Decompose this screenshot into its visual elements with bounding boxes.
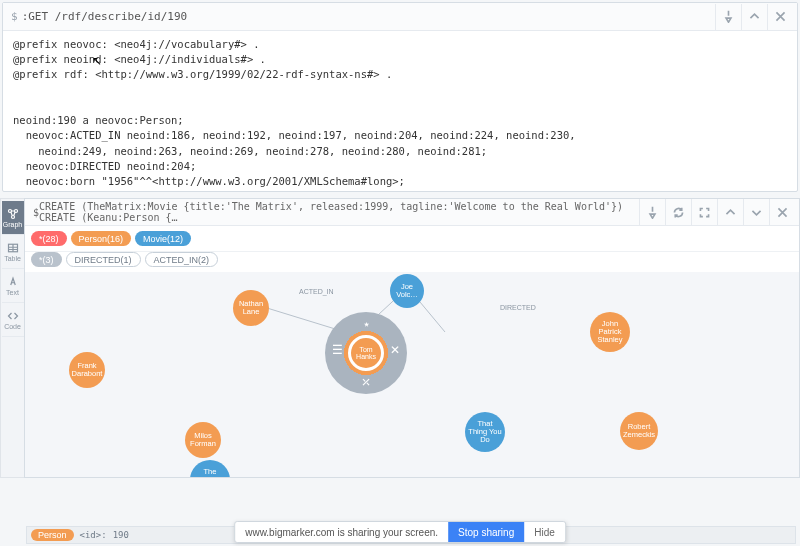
radial-dismiss-icon[interactable]: ⤫ <box>358 374 374 390</box>
chip-[interactable]: *(28) <box>31 231 67 246</box>
chip-directed[interactable]: DIRECTED(1) <box>66 252 141 267</box>
reltype-chips-row: *(3)DIRECTED(1)ACTED_IN(2) <box>25 252 799 272</box>
chip-person[interactable]: Person(16) <box>71 231 132 246</box>
chip-movie[interactable]: Movie(12) <box>135 231 191 246</box>
selected-node[interactable]: Tom Hanks <box>348 335 384 371</box>
radial-expand-icon[interactable]: ☰ <box>329 342 345 358</box>
graph-panel: $ CREATE (TheMatrix:Movie {title:'The Ma… <box>24 198 800 478</box>
label-chips-row: *(28)Person(16)Movie(12) <box>25 226 799 252</box>
graph-node[interactable]: John Patrick Stanley <box>590 312 630 352</box>
footer-id-value: 190 <box>113 530 129 540</box>
footer-id-label: <id>: <box>80 530 107 540</box>
cypher-command: CREATE (TheMatrix:Movie {title:'The Matr… <box>39 201 639 223</box>
screen-share-bar: www.bigmarker.com is sharing your screen… <box>234 521 566 543</box>
footer-label-pill[interactable]: Person <box>31 529 74 541</box>
rdf-command: :GET /rdf/describe/id/190 <box>22 10 715 23</box>
edge-label: ACTED_IN <box>299 288 334 295</box>
svg-point-2 <box>11 215 14 218</box>
rail-graph[interactable]: Graph <box>2 201 24 235</box>
graph-node[interactable]: That Thing You Do <box>465 412 505 452</box>
graph-panel-header: $ CREATE (TheMatrix:Movie {title:'The Ma… <box>25 199 799 226</box>
selected-node-radial-menu[interactable]: ⭑ ☰ ✕ ⤫ Tom Hanks <box>325 312 407 394</box>
graph-node[interactable]: Robert Zemeckis <box>620 412 658 450</box>
edge-label: DIRECTED <box>500 304 536 311</box>
graph-node[interactable]: Nathan Lane <box>233 290 269 326</box>
graph-canvas[interactable]: ⭑ ☰ ✕ ⤫ Tom Hanks Nathan LaneFrank Darab… <box>25 272 799 477</box>
chevron-up-icon[interactable] <box>717 199 743 225</box>
close-icon[interactable] <box>769 199 795 225</box>
graph-node[interactable]: Frank Darabont <box>69 352 105 388</box>
radial-hide-icon[interactable]: ✕ <box>387 342 403 358</box>
expand-icon[interactable] <box>691 199 717 225</box>
stop-sharing-button[interactable]: Stop sharing <box>448 522 524 542</box>
graph-node[interactable]: The Green Mile <box>190 460 230 477</box>
graph-node[interactable]: Milos Forman <box>185 422 221 458</box>
rdf-result-panel: $ :GET /rdf/describe/id/190 @prefix neov… <box>2 2 798 192</box>
rerun-icon[interactable] <box>665 199 691 225</box>
chevron-down-icon[interactable] <box>743 199 769 225</box>
graph-node[interactable]: Joe Volc… <box>390 274 424 308</box>
graph-section: Graph Table Text Code $ CREATE (TheMatri… <box>0 198 800 478</box>
rdf-panel-header: $ :GET /rdf/describe/id/190 <box>3 3 797 31</box>
share-message: www.bigmarker.com is sharing your screen… <box>235 522 448 542</box>
chip-[interactable]: *(3) <box>31 252 62 267</box>
prompt-symbol: $ <box>11 10 18 23</box>
hide-share-bar-button[interactable]: Hide <box>524 522 565 542</box>
chevron-up-icon[interactable] <box>741 4 767 30</box>
rdf-output[interactable]: @prefix neovoc: <neo4j://vocabulary#> . … <box>3 31 797 191</box>
rail-table[interactable]: Table <box>2 235 24 269</box>
pin-icon[interactable] <box>639 199 665 225</box>
close-icon[interactable] <box>767 4 793 30</box>
pin-icon[interactable] <box>715 4 741 30</box>
radial-unlock-icon[interactable]: ⭑ <box>358 316 374 332</box>
chip-actedin[interactable]: ACTED_IN(2) <box>145 252 219 267</box>
rail-code[interactable]: Code <box>2 303 24 337</box>
view-mode-rail: Graph Table Text Code <box>0 198 24 478</box>
rail-text[interactable]: Text <box>2 269 24 303</box>
